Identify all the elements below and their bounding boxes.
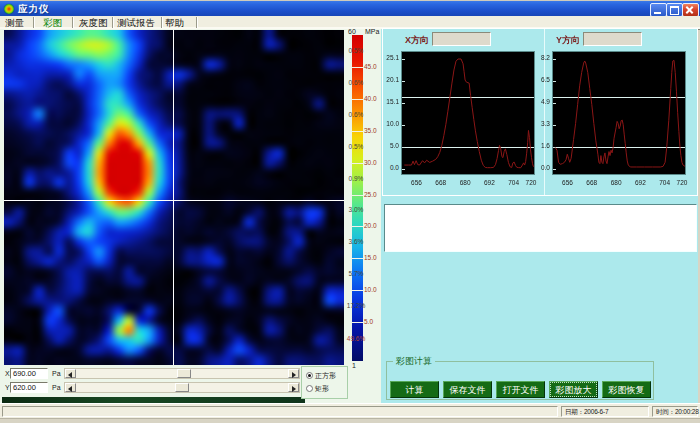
- left-arrow-icon: [68, 372, 72, 378]
- colorbar-percent-label: 0.6%: [345, 112, 367, 118]
- colorbar-tick: [352, 131, 363, 132]
- plot-y-tick-label: 4.9: [534, 99, 550, 105]
- colorbar-tick-label: 35.0: [364, 128, 381, 134]
- minimize-button[interactable]: [650, 3, 667, 17]
- menu-item-5[interactable]: 帮助: [165, 16, 184, 29]
- colorbar-tick: [352, 322, 363, 323]
- plot-x-tick-label: 656: [558, 179, 578, 186]
- menu-separator: [72, 17, 73, 28]
- status-time: 时间：20:00:28: [652, 406, 698, 417]
- plot-value-box-y[interactable]: [583, 32, 642, 46]
- status-date: 日期：2006-6-7: [561, 406, 649, 417]
- shape-radio-group: 正方形矩形: [301, 366, 348, 399]
- profile-plot-x[interactable]: [401, 51, 535, 175]
- coord-label-y: Y: [5, 384, 10, 391]
- coord-unit-y: Pa: [52, 384, 61, 391]
- window-bottom-edge: [0, 418, 700, 423]
- calc-button-3[interactable]: 打开文件: [496, 381, 545, 398]
- menu-item-4[interactable]: 测试报告: [117, 16, 155, 29]
- plot-x-tick-label: 668: [582, 179, 602, 186]
- colorbar-max-label: 60: [348, 28, 356, 35]
- colorbar-percent-label: 49.6%: [345, 336, 367, 342]
- plot-y-tick-label: 20.1: [383, 77, 399, 83]
- colorbar-percent-label: 3.6%: [345, 239, 367, 245]
- menu-separator: [161, 17, 162, 28]
- app-window: {"window":{"title":"应力仪","controls":{"mi…: [0, 0, 700, 423]
- calc-button-4[interactable]: 彩图放大: [549, 381, 598, 398]
- colorbar-tick-label: 10.0: [364, 287, 381, 293]
- radio-icon: [306, 385, 313, 392]
- plot-y-tick-label: 15.1: [383, 99, 399, 105]
- colorbar-tick: [352, 195, 363, 196]
- scrollbar-right-button[interactable]: [288, 369, 299, 378]
- colorbar-tick: [352, 258, 363, 259]
- colorbar: 60 MPa 1 45.040.035.030.025.020.015.010.…: [345, 29, 381, 369]
- menu-item-3[interactable]: 灰度图: [79, 16, 108, 29]
- radio-label: 正方形: [315, 371, 336, 381]
- coord-scrollbar-x[interactable]: [64, 368, 300, 379]
- coord-input-x[interactable]: 690.00: [10, 368, 48, 379]
- plot-y-tick-label: 1.6: [534, 143, 550, 149]
- plot-y-tick-label: 10.0: [383, 121, 399, 127]
- plot-x-tick-label: 720: [672, 179, 692, 186]
- colorbar-percent-label: 0.9%: [345, 176, 367, 182]
- plot-y-tick-label: 3.3: [534, 121, 550, 127]
- plot-title-x: X方向: [405, 34, 429, 47]
- radio-label: 矩形: [315, 384, 329, 394]
- scrollbar-right-button[interactable]: [288, 383, 299, 392]
- coord-scrollbar-y[interactable]: [64, 382, 300, 393]
- right-arrow-icon: [292, 386, 296, 392]
- window-title: 应力仪: [18, 3, 50, 16]
- plot-x-tick-label: 720: [521, 179, 541, 186]
- menu-separator: [112, 17, 113, 28]
- scrollbar-thumb[interactable]: [175, 383, 189, 392]
- colorbar-percent-label: 0.5%: [345, 144, 367, 150]
- profile-plot-y[interactable]: [552, 51, 686, 175]
- plot-x-tick-label: 668: [431, 179, 451, 186]
- colorbar-tick-label: 5.0: [364, 319, 381, 325]
- plot-y-tick-label: 0.0: [534, 165, 550, 171]
- menu-item-1[interactable]: 测量: [5, 16, 24, 29]
- calc-button-1[interactable]: 计算: [390, 381, 439, 398]
- colorbar-tick: [352, 226, 363, 227]
- coord-input-y[interactable]: 620.00: [10, 382, 48, 393]
- calc-button-5[interactable]: 彩图恢复: [602, 381, 651, 398]
- scrollbar-left-button[interactable]: [65, 369, 76, 378]
- menu-separator: [196, 17, 197, 28]
- status-bar: 日期：2006-6-7 时间：20:00:28: [0, 403, 700, 419]
- colorbar-tick-label: 20.0: [364, 223, 381, 229]
- plot-title-y: Y方向: [556, 34, 580, 47]
- colorbar-tick-label: 25.0: [364, 192, 381, 198]
- result-listbox[interactable]: [384, 204, 697, 252]
- stress-heatmap[interactable]: [4, 30, 344, 365]
- plot-y-tick-label: 5.0: [383, 143, 399, 149]
- coord-label-x: X: [5, 370, 10, 377]
- app-icon: [4, 4, 14, 14]
- colorbar-tick: [352, 163, 363, 164]
- radio-icon: [306, 372, 313, 379]
- colorbar-percent-label: 3.0%: [345, 207, 367, 213]
- plot-x-tick-label: 656: [407, 179, 427, 186]
- maximize-button[interactable]: [666, 3, 683, 17]
- plot-y-tick-label: 25.1: [383, 55, 399, 61]
- colorbar-tick: [352, 67, 363, 68]
- colorbar-percent-label: 0.6%: [345, 80, 367, 86]
- colorbar-percent-label: 0.5%: [345, 48, 367, 54]
- plot-value-box-x[interactable]: [432, 32, 491, 46]
- colorbar-percent-label: 5.7%: [345, 271, 367, 277]
- left-arrow-icon: [68, 386, 72, 392]
- plot-x-tick-label: 692: [630, 179, 650, 186]
- close-button[interactable]: [682, 3, 699, 17]
- scrollbar-left-button[interactable]: [65, 383, 76, 392]
- calc-group-title: 彩图计算: [393, 355, 435, 368]
- scrollbar-thumb[interactable]: [177, 369, 191, 378]
- plot-x-tick-label: 680: [455, 179, 475, 186]
- calc-button-2[interactable]: 保存文件: [443, 381, 492, 398]
- plot-y-tick-label: 0.0: [383, 165, 399, 171]
- title-bar[interactable]: 应力仪: [0, 0, 700, 17]
- right-arrow-icon: [292, 372, 296, 378]
- menu-item-2[interactable]: 彩图: [43, 16, 62, 29]
- colorbar-tick: [352, 290, 363, 291]
- colorbar-tick-label: 45.0: [364, 64, 381, 70]
- plot-y-tick-label: 8.2: [534, 55, 550, 61]
